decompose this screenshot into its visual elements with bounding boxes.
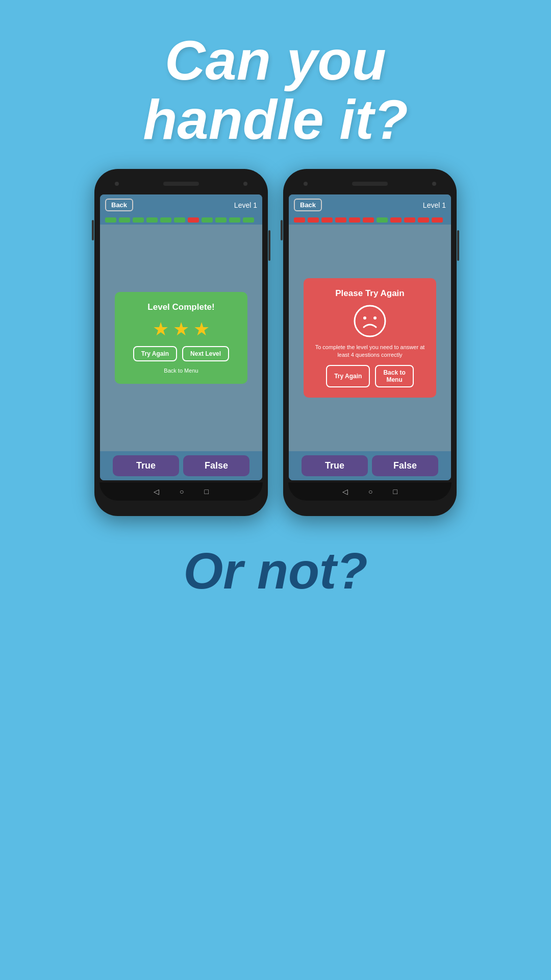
bottom-text: Or not? xyxy=(183,542,367,600)
true-button-right[interactable]: True xyxy=(302,455,368,476)
back-button-left[interactable]: Back xyxy=(105,199,133,211)
try-again-button-left[interactable]: Try Again xyxy=(133,346,177,361)
svg-point-0 xyxy=(355,306,385,336)
failure-description: To complete the level you need to answer… xyxy=(313,344,427,359)
phone-right: Back Level 1 Please Try Again xyxy=(283,169,457,516)
back-to-menu-link-left[interactable]: Back to Menu xyxy=(164,368,198,374)
dot xyxy=(174,217,185,223)
level-label-right: Level 1 xyxy=(423,201,446,209)
dot xyxy=(119,217,130,223)
camera-right-icon xyxy=(243,182,247,186)
headline: Can you handle it? xyxy=(143,31,408,149)
false-button-left[interactable]: False xyxy=(183,455,249,476)
back-nav-icon-right[interactable]: ◁ xyxy=(342,487,348,496)
back-nav-icon[interactable]: ◁ xyxy=(154,487,159,496)
dot xyxy=(229,217,240,223)
dot xyxy=(188,217,199,223)
dot xyxy=(404,217,415,223)
dot xyxy=(377,217,388,223)
screen-content-right: Please Try Again To complete the level y… xyxy=(289,225,451,451)
dot xyxy=(321,217,333,223)
try-again-button-right[interactable]: Try Again xyxy=(326,365,370,387)
back-to-menu-button[interactable]: Back to Menu xyxy=(375,365,413,387)
dot xyxy=(146,217,158,223)
camera-left-icon xyxy=(115,182,119,186)
dot xyxy=(202,217,213,223)
speaker-left xyxy=(163,182,199,186)
dot xyxy=(418,217,429,223)
dot xyxy=(243,217,254,223)
dot xyxy=(432,217,443,223)
true-button-left[interactable]: True xyxy=(113,455,179,476)
dot xyxy=(335,217,346,223)
phones-container: Back Level 1 Level Complete! xyxy=(94,169,457,516)
back-button-right[interactable]: Back xyxy=(294,199,322,211)
screen-footer-left: True False xyxy=(100,451,262,480)
phone-top-bar-right xyxy=(288,175,452,192)
progress-row-left xyxy=(100,215,262,225)
dot xyxy=(294,217,305,223)
speaker-right xyxy=(352,182,388,186)
phone-nav-left: ◁ ○ □ xyxy=(99,482,263,501)
dot xyxy=(105,217,116,223)
false-button-right[interactable]: False xyxy=(372,455,438,476)
recents-nav-icon-right[interactable]: □ xyxy=(393,487,397,496)
card-title-left: Level Complete! xyxy=(147,302,214,312)
phone-left: Back Level 1 Level Complete! xyxy=(94,169,268,516)
star-1: ★ xyxy=(153,318,169,340)
stars-row: ★ ★ ★ xyxy=(153,318,210,340)
dot xyxy=(363,217,374,223)
screen-content-left: Level Complete! ★ ★ ★ Try Again Next Lev… xyxy=(100,225,262,451)
screen-left: Back Level 1 Level Complete! xyxy=(100,194,262,480)
level-label-left: Level 1 xyxy=(234,201,257,209)
svg-point-2 xyxy=(373,316,377,320)
dot xyxy=(215,217,227,223)
home-nav-icon-right[interactable]: ○ xyxy=(368,487,372,496)
success-card: Level Complete! ★ ★ ★ Try Again Next Lev… xyxy=(115,292,247,384)
failure-card: Please Try Again To complete the level y… xyxy=(304,278,436,398)
progress-row-right xyxy=(289,215,451,225)
camera-left-icon-right xyxy=(304,182,308,186)
phone-nav-right: ◁ ○ □ xyxy=(288,482,452,501)
card-title-right: Please Try Again xyxy=(335,288,404,299)
star-2: ★ xyxy=(173,318,189,340)
sad-face-icon xyxy=(354,305,386,337)
phone-top-bar-left xyxy=(99,175,263,192)
card-buttons-right: Try Again Back to Menu xyxy=(326,365,414,387)
dot xyxy=(160,217,171,223)
screen-header-left: Back Level 1 xyxy=(100,194,262,215)
screen-right: Back Level 1 Please Try Again xyxy=(289,194,451,480)
home-nav-icon[interactable]: ○ xyxy=(180,487,184,496)
card-buttons-left: Try Again Next Level xyxy=(133,346,229,361)
camera-right-icon-right xyxy=(432,182,436,186)
dot xyxy=(390,217,402,223)
svg-point-1 xyxy=(363,316,366,320)
recents-nav-icon[interactable]: □ xyxy=(205,487,209,496)
dot xyxy=(133,217,144,223)
star-3: ★ xyxy=(193,318,210,340)
dot xyxy=(349,217,360,223)
screen-footer-right: True False xyxy=(289,451,451,480)
next-level-button[interactable]: Next Level xyxy=(182,346,229,361)
screen-header-right: Back Level 1 xyxy=(289,194,451,215)
dot xyxy=(308,217,319,223)
